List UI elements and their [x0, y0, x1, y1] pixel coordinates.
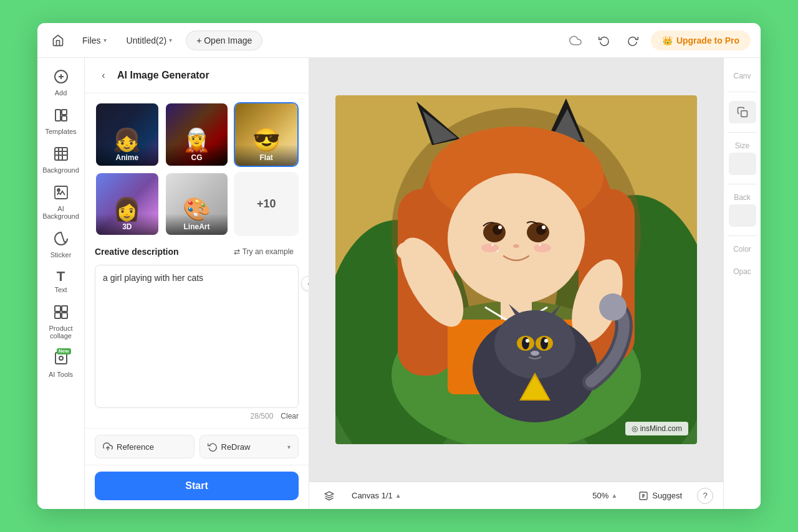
sidebar-item-templates[interactable]: Templates: [40, 103, 82, 140]
svg-point-45: [497, 250, 499, 252]
redraw-chevron: ▾: [287, 444, 291, 450]
panel-back-button[interactable]: ‹: [95, 67, 112, 84]
open-image-label: + Open Image: [196, 36, 252, 45]
app-window: Files ▾ Untitled(2) ▾ + Open Image: [37, 23, 761, 509]
clear-button[interactable]: Clear: [281, 412, 299, 420]
start-button[interactable]: Start: [95, 472, 299, 500]
canvas-layers-button[interactable]: [319, 488, 339, 503]
style-card-lineart[interactable]: LineArt: [165, 172, 229, 237]
right-opacity-label: Opac: [728, 267, 757, 276]
redo-button[interactable]: [622, 30, 643, 51]
svg-rect-15: [55, 313, 60, 318]
svg-point-65: [599, 293, 627, 321]
templates-icon: [54, 108, 69, 125]
style-label-flat: Flat: [235, 145, 297, 166]
creative-section: Creative description ⇄ Try an example a …: [85, 245, 309, 428]
upgrade-button[interactable]: 👑 Upgrade to Pro: [651, 31, 751, 50]
help-button[interactable]: ?: [697, 488, 713, 504]
reference-button[interactable]: Reference: [95, 435, 195, 458]
svg-point-12: [57, 189, 60, 191]
redraw-button[interactable]: ReDraw ▾: [200, 435, 299, 458]
document-title-button[interactable]: Untitled(2) ▾: [120, 32, 179, 49]
reference-label: Reference: [117, 442, 154, 452]
right-panel-copy-section: [724, 96, 761, 128]
style-card-flat[interactable]: Flat: [234, 102, 299, 167]
right-size-label: Size: [728, 141, 757, 150]
canvas-image: [335, 95, 697, 444]
watermark-text: insMind.com: [640, 424, 682, 433]
svg-point-41: [513, 244, 519, 248]
files-chevron: ▾: [103, 37, 107, 44]
files-button[interactable]: Files ▾: [76, 32, 113, 49]
sticker-icon: [54, 231, 69, 249]
ai-background-icon: [54, 185, 69, 202]
header: Files ▾ Untitled(2) ▾ + Open Image: [37, 23, 761, 58]
document-title: Untitled(2): [127, 36, 167, 45]
home-button[interactable]: [47, 30, 69, 51]
style-card-anime[interactable]: Anime: [95, 102, 160, 167]
sidebar-item-add[interactable]: Add: [40, 64, 82, 102]
panel-header: ‹ AI Image Generator: [85, 58, 309, 93]
try-example-button[interactable]: ⇄ Try an example: [229, 245, 299, 259]
creative-textarea[interactable]: a girl playing with her cats: [95, 265, 299, 408]
zoom-chevron: ▲: [611, 492, 617, 499]
right-panel: Canv Size Back Color: [723, 58, 761, 509]
right-color-label: Color: [728, 245, 757, 254]
zoom-button[interactable]: 50% ▲: [586, 488, 623, 503]
cloud-save-button[interactable]: [565, 30, 586, 51]
right-panel-color-section: Color: [724, 240, 761, 261]
svg-point-62: [526, 339, 529, 343]
right-panel-canvas-section: Canv: [724, 67, 761, 88]
product-collage-icon: [54, 305, 69, 322]
start-button-container: Start: [85, 465, 309, 509]
sidebar-item-background[interactable]: Background: [40, 141, 82, 179]
right-panel-copy-button[interactable]: [729, 101, 756, 123]
watermark: ◎ insMind.com: [625, 422, 688, 435]
try-example-icon: ⇄: [234, 247, 240, 256]
help-icon: ?: [703, 491, 707, 500]
right-panel-back-button[interactable]: [729, 204, 756, 227]
open-image-button[interactable]: + Open Image: [186, 31, 262, 50]
suggest-button[interactable]: Suggest: [631, 488, 690, 503]
right-panel-divider-1: [728, 92, 757, 92]
sidebar-item-ai-background[interactable]: AI Background: [40, 180, 82, 225]
new-badge: New: [57, 348, 70, 354]
ai-background-label: AI Background: [42, 205, 79, 220]
sticker-label: Sticker: [50, 251, 72, 259]
right-panel-size-button[interactable]: [729, 153, 756, 175]
more-styles-button[interactable]: +10: [234, 172, 299, 237]
layers-icon: [324, 491, 334, 501]
svg-point-44: [491, 244, 494, 246]
style-card-cg[interactable]: CG: [165, 102, 229, 167]
svg-rect-3: [55, 110, 60, 121]
add-icon: [54, 69, 69, 87]
svg-point-40: [542, 226, 546, 229]
sidebar-item-product-collage[interactable]: Product collage: [40, 300, 82, 344]
background-icon: [54, 146, 69, 164]
style-card-3d[interactable]: 3D: [95, 172, 160, 237]
sidebar-item-text[interactable]: T Text: [40, 265, 82, 298]
style-grid: Anime CG Flat 3D LineArt: [85, 93, 309, 245]
right-panel-divider-2: [728, 132, 757, 133]
char-count: 28/500: [251, 412, 274, 420]
canvas-name-button[interactable]: Canvas 1/1 ▲: [347, 488, 406, 503]
svg-rect-5: [62, 116, 67, 121]
sidebar-item-sticker[interactable]: Sticker: [40, 226, 82, 264]
sidebar-item-ai-tools[interactable]: New AI Tools: [40, 346, 82, 383]
undo-button[interactable]: [594, 30, 615, 51]
right-panel-back-section: Back: [724, 188, 761, 232]
product-collage-label: Product collage: [44, 325, 79, 340]
svg-marker-68: [325, 492, 333, 496]
right-panel-opacity-section: Opac: [724, 262, 761, 283]
right-panel-divider-3: [728, 184, 757, 184]
creative-description-label: Creative description: [95, 247, 179, 257]
style-label-3d: 3D: [96, 214, 158, 235]
svg-rect-4: [62, 110, 67, 115]
suggest-icon: [638, 491, 648, 501]
ai-tools-icon: New: [54, 351, 69, 368]
svg-rect-16: [62, 313, 67, 318]
svg-point-55: [494, 310, 575, 379]
panel-title: AI Image Generator: [117, 70, 209, 81]
svg-rect-13: [55, 306, 60, 311]
files-label: Files: [82, 36, 101, 45]
